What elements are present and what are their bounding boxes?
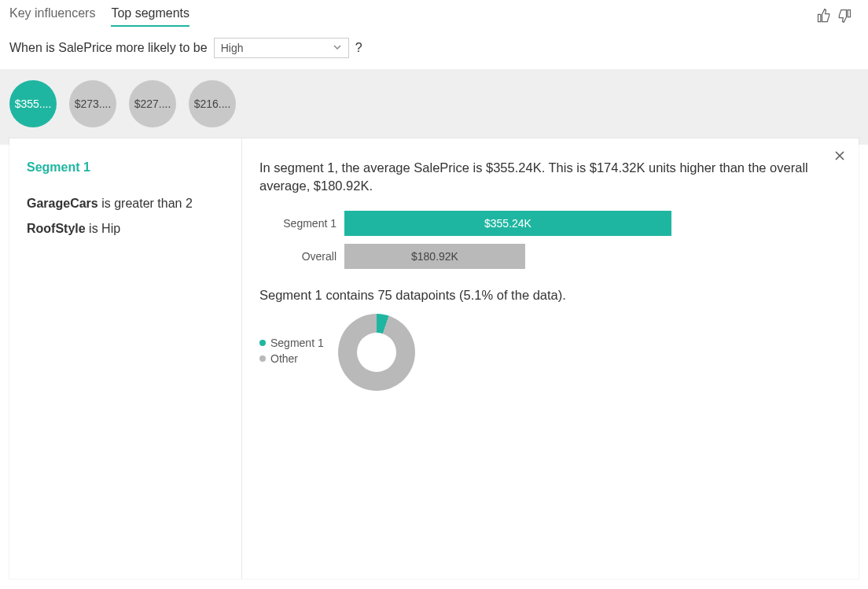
question-prefix: When is SalePrice more likely to be <box>9 41 208 55</box>
datapoint-count: Segment 1 contains 75 datapoints (5.1% o… <box>259 288 841 303</box>
legend-label-other: Other <box>270 352 298 365</box>
value-dropdown[interactable]: High <box>214 38 349 58</box>
segment-details-panel: In segment 1, the average SalePrice is $… <box>242 138 859 579</box>
tab-top-segments[interactable]: Top segments <box>111 6 189 27</box>
segment-title: Segment 1 <box>27 160 224 175</box>
dropdown-selected: High <box>221 42 244 54</box>
segment-description: In segment 1, the average SalePrice is $… <box>259 159 826 195</box>
tab-key-influencers[interactable]: Key influencers <box>9 6 95 27</box>
bar-value-overall: $180.92K <box>344 244 525 269</box>
segment-bubble-2[interactable]: $273.... <box>69 80 116 127</box>
thumbs-up-icon[interactable] <box>816 8 832 26</box>
legend-label-segment1: Segment 1 <box>270 337 324 349</box>
chevron-down-icon <box>333 42 342 54</box>
bar-label-overall: Overall <box>259 250 344 263</box>
segment-bubbles: $355.... $273.... $227.... $216.... <box>0 69 868 145</box>
segment-rules-panel: Segment 1 GarageCars is greater than 2 R… <box>9 138 242 579</box>
segment-rule: GarageCars is greater than 2 <box>27 197 224 211</box>
thumbs-down-icon[interactable] <box>837 8 852 26</box>
bar-label-segment1: Segment 1 <box>259 217 344 230</box>
segment-rule: RoofStyle is Hip <box>27 222 224 236</box>
segment-bubble-4[interactable]: $216.... <box>189 80 236 127</box>
legend-dot-icon <box>259 340 266 346</box>
segment-bubble-3[interactable]: $227.... <box>129 80 176 127</box>
legend-dot-icon <box>259 355 266 362</box>
bar-value-segment1: $355.24K <box>344 211 671 236</box>
donut-chart <box>338 314 415 391</box>
question-suffix: ? <box>355 41 362 55</box>
bar-chart: Segment 1 $355.24K Overall $180.92K <box>259 211 841 269</box>
segment-bubble-1[interactable]: $355.... <box>9 80 57 127</box>
donut-legend: Segment 1 Other <box>259 337 324 368</box>
close-icon[interactable] <box>833 149 846 164</box>
